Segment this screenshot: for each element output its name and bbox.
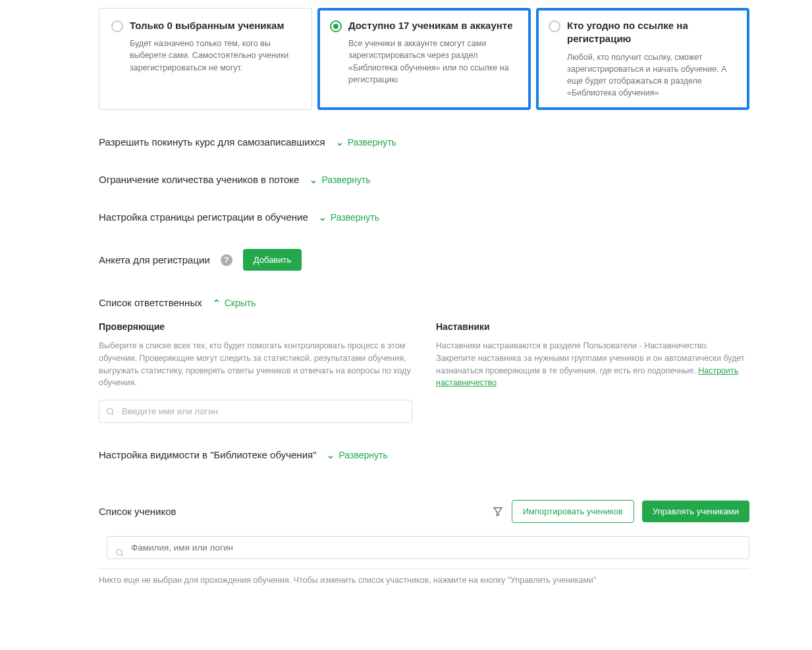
reviewers-column: Проверяющие Выберите в списке всех тех, … — [99, 321, 412, 423]
collapse-toggle[interactable]: ⌃ Скрыть — [213, 298, 256, 308]
reviewers-search-input[interactable] — [99, 400, 412, 423]
radio-icon — [111, 20, 123, 32]
chevron-down-icon: ⌄ — [319, 212, 327, 223]
setting-leave-course: Разрешить покинуть курс для самозаписавш… — [99, 136, 749, 148]
reviewers-heading: Проверяющие — [99, 321, 412, 332]
search-icon — [105, 406, 115, 416]
svg-point-2 — [117, 549, 122, 555]
setting-title: Список ответственных — [99, 297, 202, 308]
toggle-label: Развернуть — [321, 175, 370, 185]
help-icon[interactable]: ? — [221, 254, 232, 266]
mentors-heading: Наставники — [436, 321, 749, 332]
svg-point-0 — [107, 408, 113, 414]
setting-limit-students: Ограничение количества учеников в потоке… — [99, 174, 749, 185]
access-option-account-students[interactable]: Доступно 17 ученикам в аккаунте Все учен… — [317, 8, 531, 110]
reviewers-help: Выберите в списке всех тех, кто будет по… — [99, 340, 412, 389]
access-option-selected-only[interactable]: Только 0 выбранным ученикам Будет назнач… — [99, 8, 312, 110]
mentors-help: Наставники настраиваются в разделе Польз… — [436, 340, 749, 389]
students-search-input[interactable] — [107, 536, 749, 559]
chevron-down-icon: ⌄ — [336, 137, 344, 148]
chevron-up-icon: ⌃ — [213, 298, 221, 308]
setting-title: Разрешить покинуть курс для самозаписавш… — [99, 136, 325, 148]
filter-icon[interactable] — [492, 506, 504, 518]
students-title: Список учеников — [99, 506, 176, 517]
access-option-title: Кто угодно по ссылке на регистрацию — [567, 19, 737, 46]
setting-responsible-list: Список ответственных ⌃ Скрыть Проверяющи… — [99, 297, 749, 423]
access-option-title: Доступно 17 ученикам в аккаунте — [348, 19, 518, 32]
access-option-desc: Будет назначено только тем, кого вы выбе… — [130, 38, 300, 73]
radio-icon — [549, 20, 560, 32]
svg-line-1 — [112, 413, 114, 415]
setting-registration-page: Настройка страницы регистрации в обучени… — [99, 211, 749, 223]
setting-title: Настройка видимости в "Библиотеке обучен… — [99, 449, 316, 460]
mentors-column: Наставники Наставники настраиваются в ра… — [436, 321, 749, 423]
access-option-anyone-link[interactable]: Кто угодно по ссылке на регистрацию Любо… — [536, 8, 749, 110]
expand-toggle[interactable]: ⌄ Развернуть — [336, 137, 396, 148]
setting-title: Настройка страницы регистрации в обучени… — [99, 211, 308, 223]
toggle-label: Скрыть — [225, 298, 256, 308]
expand-toggle[interactable]: ⌄ Развернуть — [310, 175, 370, 185]
setting-title: Анкета для регистрации — [99, 254, 210, 265]
students-search-wrap — [107, 536, 749, 568]
students-empty-message: Никто еще не выбран для прохождения обуч… — [99, 576, 749, 585]
toggle-label: Развернуть — [348, 137, 396, 148]
import-students-button[interactable]: Импортировать учеников — [512, 500, 634, 523]
access-options-group: Только 0 выбранным ученикам Будет назнач… — [99, 8, 749, 110]
setting-registration-form: Анкета для регистрации ? Добавить — [99, 249, 749, 271]
toggle-label: Развернуть — [338, 450, 387, 460]
access-option-title: Только 0 выбранным ученикам — [130, 19, 300, 32]
divider — [99, 568, 749, 569]
chevron-down-icon: ⌄ — [327, 450, 335, 460]
svg-line-3 — [121, 554, 123, 556]
setting-title: Ограничение количества учеников в потоке — [99, 174, 299, 185]
chevron-down-icon: ⌄ — [310, 175, 317, 185]
search-icon — [115, 547, 124, 557]
students-header: Список учеников Импортировать учеников У… — [99, 500, 749, 523]
access-option-desc: Любой, кто получит ссылку, сможет зареги… — [567, 51, 737, 99]
expand-toggle[interactable]: ⌄ Развернуть — [319, 212, 379, 223]
add-button[interactable]: Добавить — [243, 249, 302, 271]
expand-toggle[interactable]: ⌄ Развернуть — [327, 450, 387, 460]
toggle-label: Развернуть — [331, 212, 379, 223]
radio-icon — [330, 20, 342, 32]
setting-library-visibility: Настройка видимости в "Библиотеке обучен… — [99, 449, 749, 460]
manage-students-button[interactable]: Управлять учениками — [642, 501, 749, 522]
access-option-desc: Все ученики в аккаунте смогут сами зарег… — [348, 38, 518, 86]
